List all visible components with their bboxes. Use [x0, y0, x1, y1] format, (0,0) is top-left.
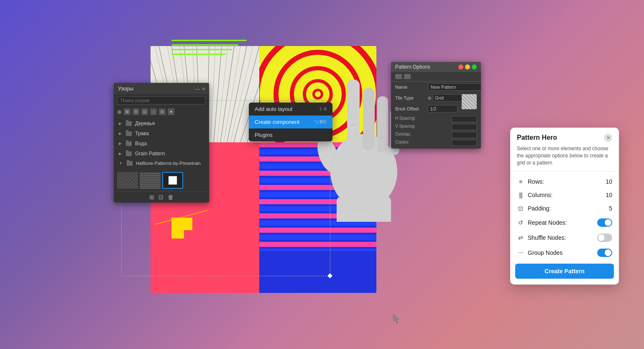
ph-row-padding-left: ⊡ Padding:	[517, 205, 551, 212]
pattern-options-name-input[interactable]	[428, 83, 481, 91]
layers-controls: — ≡	[195, 86, 205, 91]
layers-titlebar: Узоры — ≡	[114, 83, 209, 94]
chevron-icon-0: ▶	[119, 121, 122, 126]
ph-padding-label: Padding:	[528, 205, 551, 212]
chevron-icon-1: ▶	[119, 131, 122, 136]
chevron-icon-4: ▼	[119, 161, 123, 165]
pattern-options-offset-row: Brick Offset 1/2 1/3 1/4	[391, 103, 462, 114]
layers-icon-grid[interactable]: ⊞	[124, 108, 130, 115]
layers-list: ▶ Деревья ▶ Трава ▶ Вода ▶ Grain Pattern…	[114, 117, 209, 169]
ph-row-rows: ≡ Rows: 10	[510, 175, 619, 188]
layers-delete-btn[interactable]: 🗑	[168, 194, 174, 200]
pattern-options-panel: Pattern Options Name Tile Type ⊞ Grid Br…	[391, 62, 481, 149]
green-line-3	[171, 49, 232, 50]
group-nodes-toggle-knob	[605, 249, 611, 256]
pattern-options-name-label: Name	[395, 85, 424, 90]
repeat-nodes-toggle-knob	[605, 219, 611, 226]
layers-item-4[interactable]: ▼ Halftone-Patterns-by-Presetrain	[114, 159, 209, 168]
pattern-options-titlebar: Pattern Options	[391, 62, 481, 72]
ph-padding-value: 5	[609, 205, 612, 212]
green-line-4	[171, 54, 226, 55]
ph-rows-value: 10	[606, 178, 612, 185]
layer-thumb-2[interactable]	[162, 172, 183, 189]
layers-item-2[interactable]: ▶ Вода	[114, 139, 209, 149]
pattern-options-icons-row	[391, 72, 481, 82]
layers-icon-filter[interactable]: ⊡	[141, 108, 148, 115]
layers-bottom-icons: ⊞ ⊡ 🗑	[114, 191, 209, 203]
folder-icon-3	[126, 151, 132, 156]
menu-item-auto-layout-label: Add auto layout	[255, 106, 292, 112]
group-nodes-toggle[interactable]	[597, 249, 612, 257]
ph-row-repeat-nodes: ↺ Repeat Nodes:	[510, 215, 619, 230]
menu-item-create-component-label: Create component	[255, 119, 299, 125]
grid-icon: ⊞	[428, 96, 431, 100]
copies-input[interactable]	[452, 140, 477, 146]
ph-columns-value: 10	[606, 192, 612, 198]
pattern-options-offset-select[interactable]: 1/2 1/3 1/4	[428, 105, 457, 113]
menu-item-create-component[interactable]: Create component ⌥⌘K	[249, 115, 332, 128]
layers-collapse-btn[interactable]: —	[195, 86, 200, 91]
layers-icon-list[interactable]: ☰	[133, 108, 139, 115]
ph-close-btn[interactable]: ✕	[604, 133, 612, 142]
menu-item-create-component-shortcut: ⌥⌘K	[314, 119, 327, 125]
menu-item-auto-layout[interactable]: Add auto layout ⇧ A	[249, 103, 332, 115]
menu-item-plugins[interactable]: Plugins	[249, 128, 332, 141]
ph-rows-label: Rows:	[528, 178, 544, 185]
svg-marker-45	[393, 314, 399, 323]
folder-icon-2	[126, 141, 132, 146]
window-controls	[458, 64, 477, 69]
padding-icon: ⊡	[517, 205, 524, 212]
layers-item-label-3: Grain Pattern	[135, 151, 165, 157]
shuffle-nodes-toggle[interactable]	[597, 234, 612, 242]
repeat-nodes-toggle[interactable]	[597, 218, 612, 227]
pattern-options-title: Pattern Options	[395, 64, 430, 70]
layers-item-label-0: Деревья	[135, 121, 155, 126]
layers-icon-star[interactable]: ★	[168, 108, 174, 115]
pattern-hero-panel: Pattern Hero ✕ Select one or more elemen…	[510, 128, 619, 285]
ph-columns-label: Columns:	[528, 192, 552, 198]
shuffle-icon: ⇄	[517, 234, 524, 241]
pattern-options-offset-label: Brick Offset	[395, 106, 424, 111]
layer-thumb-1[interactable]	[140, 172, 161, 189]
layers-search-input[interactable]	[117, 96, 206, 105]
repeat-icon: ↺	[517, 219, 524, 226]
window-min-btn[interactable]	[465, 64, 470, 69]
svg-rect-39	[347, 80, 360, 146]
layers-item-label-1: Трава	[135, 131, 149, 136]
ph-description: Select one or more elements and choose t…	[510, 145, 619, 171]
window-max-btn[interactable]	[472, 64, 477, 69]
layers-thumbnails	[114, 169, 209, 191]
ph-row-rows-left: ≡ Rows:	[517, 178, 544, 185]
layers-copy-btn[interactable]: ⊡	[158, 194, 164, 200]
layers-item-1[interactable]: ▶ Трава	[114, 128, 209, 139]
pattern-preview	[462, 94, 477, 109]
ph-row-group-left: ⋯ Group Nodes	[517, 249, 562, 256]
cursor-arrow	[393, 314, 401, 324]
overlap-input[interactable]	[452, 132, 477, 138]
ph-shuffle-nodes-label: Shuffle Nodes:	[528, 234, 566, 241]
layer-thumb-0[interactable]	[117, 172, 138, 189]
layers-toolbar	[114, 94, 209, 107]
layers-icon-view[interactable]: ⊟	[159, 108, 166, 115]
layers-plus-btn[interactable]: ⊕	[117, 109, 122, 115]
h-spacing-input[interactable]	[452, 116, 477, 122]
po-icon-2	[404, 74, 411, 79]
layers-menu-btn[interactable]: ≡	[202, 86, 205, 91]
rows-icon: ≡	[517, 178, 524, 185]
layers-folder-btn[interactable]: ⊞	[149, 194, 154, 200]
layers-item-0[interactable]: ▶ Деревья	[114, 118, 209, 128]
layers-item-label-4: Halftone-Patterns-by-Presetrain	[136, 161, 201, 166]
v-spacing-input[interactable]	[452, 124, 477, 130]
green-lines-decoration	[171, 40, 247, 55]
menu-item-plugins-label: Plugins	[255, 132, 273, 138]
ph-header: Pattern Hero ✕	[510, 128, 619, 145]
po-icon-1	[395, 74, 402, 79]
layers-icons-row: ⊕ ⊞ ☰ ⊡ ↕ ⊟ ★	[114, 107, 209, 117]
window-close-btn[interactable]	[458, 64, 463, 69]
layers-icon-sort[interactable]: ↕	[150, 108, 157, 115]
layers-item-3[interactable]: ▶ Grain Pattern	[114, 149, 209, 159]
create-pattern-button[interactable]: Create Pattern	[515, 264, 614, 279]
copies-label: Copies:	[395, 140, 409, 146]
ph-row-padding: ⊡ Padding: 5	[510, 202, 619, 215]
pattern-options-extra-fields: H Spacing: V Spacing: Overlap: Copies:	[391, 114, 481, 149]
